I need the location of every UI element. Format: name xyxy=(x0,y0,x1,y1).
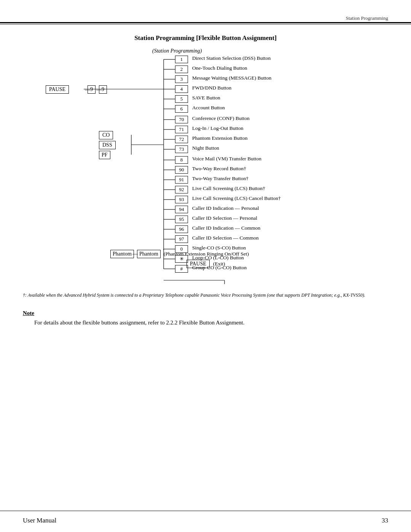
phantom-box1: Phantom xyxy=(110,250,134,258)
num-box-90: 90 xyxy=(175,166,188,174)
nine1-box: 9 xyxy=(88,85,96,94)
num-box-73: 73 xyxy=(175,145,188,153)
footer-line xyxy=(0,511,411,511)
num-box-8: 8 xyxy=(175,156,188,164)
item-label-71: Log-In / Log-Out Button xyxy=(192,125,244,131)
item-label-70: Conference (CONF) Button xyxy=(192,115,250,121)
dss-box: DSS xyxy=(99,141,116,149)
nine2-box: 9 xyxy=(99,85,107,94)
co-box: CO xyxy=(99,131,113,139)
note-text: For details about the flexible buttons a… xyxy=(34,320,388,326)
pause-box: PAUSE xyxy=(46,85,69,94)
num-box-70: 70 xyxy=(175,116,188,123)
num-box-4: 4 xyxy=(175,85,188,93)
footnote: †: Available when the Advanced Hybrid Sy… xyxy=(23,292,388,299)
item-label-97: Caller ID Selection — Common xyxy=(192,235,259,241)
num-box-94: 94 xyxy=(175,206,188,213)
header-label: Station Programming xyxy=(346,15,388,21)
header-line-thick xyxy=(0,22,411,23)
num-box-71: 71 xyxy=(175,126,188,133)
pf-box: PF xyxy=(99,151,110,159)
num-box-#: # xyxy=(175,265,188,273)
footnote-text: †: Available when the Advanced Hybrid Sy… xyxy=(23,292,365,298)
item-label-3: Message Waiting (MESSAGE) Button xyxy=(192,75,271,81)
num-box-6: 6 xyxy=(175,105,188,113)
num-box-97: 97 xyxy=(175,235,188,243)
num-box-5: 5 xyxy=(175,95,188,103)
main-content: Station Programming [Flexible Button Ass… xyxy=(23,34,388,326)
item-label-92: Live Call Screening (LCS) Button† xyxy=(192,185,265,192)
item-label-2: One-Touch Dialing Button xyxy=(192,65,247,71)
item-label-5: SAVE Button xyxy=(192,95,220,101)
num-box-3: 3 xyxy=(175,75,188,83)
phantom-box2: Phantom xyxy=(137,250,161,258)
item-label-73: Night Button xyxy=(192,145,219,151)
item-label-0: Single-CO (S-CO) Button xyxy=(192,245,246,251)
note-label: Note xyxy=(23,310,388,316)
num-box-96: 96 xyxy=(175,225,188,233)
item-label-1: Direct Station Selection (DSS) Button xyxy=(192,55,271,61)
note-section: Note For details about the flexible butt… xyxy=(23,310,388,326)
phantom-desc: (Phantom Extension Ringing On/Off Set) xyxy=(164,251,249,257)
exit-label: (Exit) xyxy=(213,261,225,267)
item-label-6: Account Button xyxy=(192,105,225,111)
num-box-92: 92 xyxy=(175,186,188,193)
footer-content: User Manual 33 xyxy=(23,517,388,524)
item-label-90: Two-Way Record Button† xyxy=(192,166,246,172)
num-box-72: 72 xyxy=(175,136,188,143)
page: Station Programming Station Programming … xyxy=(0,0,411,532)
num-box-1: 1 xyxy=(175,56,188,63)
item-label-94: Caller ID Indication — Personal xyxy=(192,205,259,211)
footer-right: 33 xyxy=(382,517,388,524)
pause-exit-box: PAUSE xyxy=(186,260,210,268)
item-label-91: Two-Way Transfer Button† xyxy=(192,176,249,182)
item-label-96: Caller ID Indication — Common xyxy=(192,225,260,231)
header-line-thin xyxy=(0,24,411,24)
item-label-93: Live Call Screening (LCS) Cancel Button† xyxy=(192,195,281,201)
item-label-8: Voice Mail (VM) Transfer Button xyxy=(192,156,261,162)
item-label-95: Caller ID Selection — Personal xyxy=(192,215,257,221)
diagram-area: (Station Programming) xyxy=(23,48,388,284)
num-box-93: 93 xyxy=(175,196,188,203)
item-label-4: FWD/DND Button xyxy=(192,85,231,91)
footer-left: User Manual xyxy=(23,517,56,524)
num-box-91: 91 xyxy=(175,176,188,184)
item-label-72: Phantom Extension Button xyxy=(192,135,248,141)
page-title: Station Programming [Flexible Button Ass… xyxy=(23,34,388,42)
num-box-2: 2 xyxy=(175,66,188,73)
num-box-95: 95 xyxy=(175,216,188,223)
